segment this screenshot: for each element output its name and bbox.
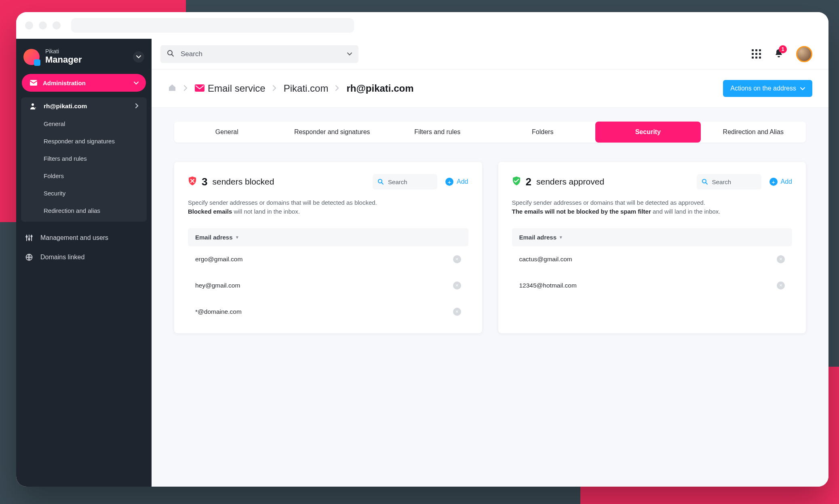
remove-row-button[interactable]: × [777, 255, 785, 263]
sort-caret-icon: ▾ [560, 235, 562, 240]
global-search[interactable]: Search [160, 45, 358, 63]
remove-row-button[interactable]: × [453, 308, 461, 316]
app-window: Pikati Manager Administration [16, 12, 828, 487]
svg-rect-8 [195, 84, 204, 92]
breadcrumb-service[interactable]: Email service [195, 83, 266, 94]
approved-add-button[interactable]: + Add [769, 178, 792, 186]
brand-title: Manager [45, 55, 133, 65]
approved-senders-panel: 2 senders approved Search + Add [498, 162, 806, 333]
window-controls[interactable] [25, 21, 61, 29]
chevron-right-icon [135, 103, 139, 110]
plus-circle-icon: + [445, 178, 453, 186]
svg-point-2 [35, 107, 36, 108]
table-row: 12345@hotmail.com × [512, 273, 793, 299]
sidebar-domains-label: Domains linked [40, 254, 84, 261]
brand-logo-icon [23, 49, 40, 65]
blocked-add-button[interactable]: + Add [445, 178, 468, 186]
email-cell: 12345@hotmail.com [519, 282, 577, 289]
chevron-down-icon [134, 80, 139, 86]
sidebar-management-users[interactable]: Management and users [16, 228, 152, 248]
tab-responder[interactable]: Responder and signatures [280, 122, 385, 143]
chevron-right-icon [273, 84, 276, 93]
sort-caret-icon: ▾ [236, 235, 238, 240]
approved-label: senders approved [536, 177, 604, 187]
chevron-down-icon [800, 85, 805, 92]
mail-icon [29, 80, 38, 86]
email-cell: cactus@gmail.com [519, 256, 572, 263]
main-content: Search 1 [152, 39, 828, 487]
apps-grid-icon[interactable] [752, 49, 761, 59]
mail-icon [195, 83, 204, 94]
email-cell: hey@gmail.com [195, 282, 240, 289]
sidebar-item-general[interactable]: General [21, 115, 147, 132]
email-cell: *@domaine.com [195, 308, 242, 315]
breadcrumb: Email service Pikati.com rh@pikati.com [168, 83, 414, 94]
tab-filters[interactable]: Filters and rules [385, 122, 490, 143]
search-icon [167, 50, 174, 59]
svg-point-4 [28, 239, 30, 240]
sidebar-item-filters[interactable]: Filters and rules [21, 150, 147, 167]
window-titlebar [16, 12, 828, 39]
email-cell: ergo@gmail.com [195, 256, 242, 263]
table-row: hey@gmail.com × [188, 273, 468, 299]
sidebar-domains-linked[interactable]: Domains linked [16, 248, 152, 267]
tab-security[interactable]: Security [595, 122, 701, 143]
browser-url-bar[interactable] [71, 18, 354, 33]
notifications-button[interactable]: 1 [774, 48, 783, 60]
sidebar-item-security[interactable]: Security [21, 185, 147, 202]
chevron-right-icon [184, 84, 188, 93]
notification-count-badge: 1 [779, 45, 787, 53]
remove-row-button[interactable]: × [453, 255, 461, 263]
globe-icon [24, 254, 34, 261]
blocked-search[interactable]: Search [373, 174, 437, 189]
breadcrumb-row: Email service Pikati.com rh@pikati.com A… [152, 69, 828, 108]
table-row: *@domaine.com × [188, 299, 468, 325]
tab-redirection[interactable]: Redirection and Alias [701, 122, 806, 143]
shield-blocked-icon [188, 176, 197, 187]
tab-folders[interactable]: Folders [490, 122, 596, 143]
sidebar-item-responder[interactable]: Responder and signatures [21, 132, 147, 150]
plus-circle-icon: + [769, 178, 778, 186]
bell-icon [774, 52, 783, 59]
approved-column-header[interactable]: Email adress ▾ [512, 228, 793, 246]
sidebar-administration[interactable]: Administration [22, 74, 146, 92]
table-row: ergo@gmail.com × [188, 246, 468, 273]
sidebar-item-folders[interactable]: Folders [21, 167, 147, 185]
approved-description: Specify sender addresses or domains that… [512, 198, 793, 216]
sidebar-account[interactable]: rh@pikati.com [21, 97, 147, 115]
chevron-down-icon [347, 51, 352, 57]
approved-search[interactable]: Search [697, 174, 761, 189]
blocked-senders-panel: 3 senders blocked Search + Add [174, 162, 482, 333]
shield-approved-icon [512, 176, 521, 187]
actions-on-address-button[interactable]: Actions on the address [723, 80, 812, 97]
search-placeholder: Search [181, 50, 347, 58]
tab-general[interactable]: General [174, 122, 280, 143]
user-cog-icon [29, 103, 38, 110]
topbar: Search 1 [152, 39, 828, 69]
brand-subtitle: Pikati [45, 48, 133, 55]
sidebar-account-panel: rh@pikati.com General Responder and sign… [21, 97, 147, 222]
home-icon[interactable] [168, 83, 177, 94]
chevron-right-icon [335, 84, 339, 93]
sidebar-account-label: rh@pikati.com [44, 103, 87, 110]
blocked-count: 3 [202, 176, 207, 188]
breadcrumb-domain[interactable]: Pikati.com [284, 83, 329, 94]
svg-point-5 [31, 236, 32, 237]
user-avatar[interactable] [796, 46, 812, 62]
sidebar-item-redirection[interactable]: Redirection and alias [21, 202, 147, 219]
sliders-icon [24, 234, 34, 242]
remove-row-button[interactable]: × [777, 281, 785, 290]
chevron-down-icon[interactable] [133, 51, 144, 63]
brand-switcher[interactable]: Pikati Manager [16, 43, 152, 72]
blocked-column-header[interactable]: Email adress ▾ [188, 228, 468, 246]
blocked-label: senders blocked [212, 177, 274, 187]
sidebar-management-label: Management and users [40, 234, 108, 242]
sidebar: Pikati Manager Administration [16, 39, 152, 487]
sidebar-administration-label: Administration [43, 80, 86, 86]
tab-strip: General Responder and signatures Filters… [174, 122, 806, 143]
approved-count: 2 [526, 176, 531, 188]
svg-point-3 [26, 236, 27, 237]
remove-row-button[interactable]: × [453, 281, 461, 290]
breadcrumb-current: rh@pikati.com [346, 83, 413, 94]
svg-point-1 [32, 103, 34, 106]
